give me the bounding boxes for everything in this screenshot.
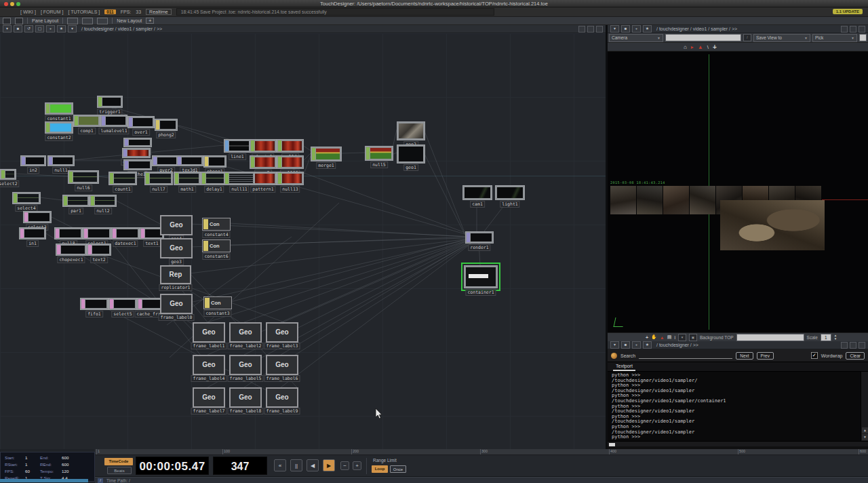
network-node-in2[interactable]: in2: [20, 155, 46, 166]
undo-icon[interactable]: ↺: [24, 25, 33, 33]
camera-select[interactable]: Camera ▼: [609, 34, 663, 42]
network-node-null6[interactable]: null6: [68, 170, 99, 184]
network-node-phong2[interactable]: phong2: [155, 119, 178, 131]
time-path-icon[interactable]: /: [98, 478, 103, 483]
box-icon[interactable]: ▢: [35, 25, 44, 33]
network-node-cache1[interactable]: cache1: [123, 159, 152, 170]
plus-icon[interactable]: +: [713, 43, 717, 51]
network-node-merge1[interactable]: merge1: [311, 147, 342, 161]
pane-option-icon[interactable]: [578, 26, 585, 33]
prev-button[interactable]: Prev: [757, 352, 774, 360]
wordwrap-checkbox[interactable]: ✓: [811, 352, 818, 359]
network-node-phong1[interactable]: phong1: [203, 155, 226, 168]
pane-grid-icon[interactable]: [3, 18, 11, 24]
network-node-comp1[interactable]: comp1: [73, 115, 100, 127]
flag-icon[interactable]: ▸: [691, 44, 694, 50]
star-icon[interactable]: ★: [643, 341, 652, 349]
network-node-frame_label6[interactable]: Geoframe_label6: [266, 355, 298, 375]
wiki-link[interactable]: [ WIKI ]: [20, 9, 36, 14]
network-node-chopexec1[interactable]: chopexec1: [56, 244, 87, 256]
network-node-null10[interactable]: null10: [277, 155, 304, 169]
stop-icon[interactable]: ■: [621, 25, 630, 33]
network-node-null1[interactable]: null1: [47, 155, 75, 166]
network-node-null4[interactable]: null4: [277, 139, 304, 153]
network-node-replicator1[interactable]: Repreplicator1: [160, 265, 191, 284]
network-node-constant1[interactable]: constant1: [45, 102, 73, 115]
network-node-math1[interactable]: math1: [174, 172, 201, 185]
network-node-frame_label4[interactable]: Geoframe_label4: [193, 355, 225, 375]
network-node-null5[interactable]: null5: [365, 146, 393, 161]
network-node-wave2[interactable]: wave2: [250, 155, 277, 169]
network-node-chopto1[interactable]: chopto1: [250, 139, 277, 153]
realtime-toggle[interactable]: Realtime: [146, 9, 172, 15]
tab-textport[interactable]: Textport: [613, 364, 635, 371]
timecode-button[interactable]: TimeCode: [104, 458, 133, 465]
once-button[interactable]: Once: [390, 465, 406, 473]
info-icon[interactable]: i: [674, 335, 675, 340]
plus-icon[interactable]: +: [46, 25, 55, 33]
search-input[interactable]: [639, 352, 732, 359]
star-icon[interactable]: ★: [57, 25, 66, 33]
network-node-constant2[interactable]: constant2: [45, 121, 73, 134]
network-node-lumalevel1[interactable]: lumalevel1: [100, 115, 127, 127]
forum-link[interactable]: [ FORUM ]: [41, 9, 63, 14]
next-button[interactable]: Next: [736, 352, 753, 360]
network-node-frame_label2[interactable]: Geoframe_label2: [229, 322, 262, 343]
layout-preset-2[interactable]: [82, 18, 93, 24]
pick-path-input[interactable]: [859, 34, 867, 41]
textport-path[interactable]: / touchdesigner / >>: [656, 343, 698, 347]
pick-select[interactable]: Pick ▼: [812, 34, 857, 42]
skip-to-start-button[interactable]: «: [274, 459, 286, 471]
network-node-select4[interactable]: select4: [12, 192, 41, 204]
network-node-constant3[interactable]: Conconstant3: [203, 296, 232, 309]
textport-horizontal-scrollbar[interactable]: [608, 441, 868, 446]
tutorials-link[interactable]: [ TUTORIALS ]: [68, 9, 100, 14]
new-layout-label[interactable]: New Layout: [117, 18, 142, 23]
save-view-select[interactable]: Save View to ▼: [753, 34, 810, 42]
pane-split-icon[interactable]: [859, 26, 865, 33]
pane-maximize-icon[interactable]: [850, 342, 856, 349]
plus-icon[interactable]: +: [632, 341, 641, 349]
add-layout-button[interactable]: +: [146, 18, 154, 24]
network-node-select1[interactable]: select1: [83, 227, 111, 239]
scrollbar-thumb[interactable]: [609, 443, 615, 446]
network-node-null13[interactable]: null13: [277, 172, 304, 185]
page-icon[interactable]: ▤: [667, 334, 672, 340]
network-node-frame_label7[interactable]: Geoframe_label7: [193, 387, 225, 408]
step-forward-button[interactable]: +: [353, 461, 361, 470]
chevron-down-icon[interactable]: ▾: [3, 25, 12, 33]
hand-icon[interactable]: ✋: [651, 334, 657, 340]
plus-icon[interactable]: +: [632, 25, 641, 33]
camera-picker-button[interactable]: /: [743, 34, 751, 41]
network-node-cam1[interactable]: cam1: [462, 185, 492, 200]
layout-preset-3[interactable]: [97, 18, 108, 24]
network-path[interactable]: / touchdesigner / video1 / sampler / >>: [81, 26, 162, 31]
plus-icon[interactable]: +: [646, 335, 648, 340]
camera-path-input[interactable]: [665, 34, 741, 41]
beats-button[interactable]: Beats: [107, 467, 132, 474]
stepper-icon[interactable]: ▲▼: [834, 334, 837, 341]
chevron-down-icon[interactable]: ▾: [68, 25, 77, 33]
network-node-over1[interactable]: over1: [127, 116, 155, 128]
pause-button[interactable]: ||: [290, 459, 302, 471]
network-node-frame_label5[interactable]: Geoframe_label5: [229, 355, 262, 375]
pane-split-icon[interactable]: [859, 342, 865, 349]
network-node-frame_label0[interactable]: Geoframe_label0: [160, 294, 193, 314]
network-node-geo3[interactable]: Geogeo3: [160, 238, 193, 258]
network-node-fifo1[interactable]: fifo1: [80, 298, 108, 310]
network-node-datexec1[interactable]: datexec1: [111, 227, 140, 239]
network-node-select5[interactable]: select5: [108, 298, 137, 310]
pane-anchor-icon[interactable]: [15, 18, 23, 24]
network-node-frame_label1[interactable]: Geoframe_label1: [193, 322, 225, 343]
line-tool-icon[interactable]: \: [707, 44, 709, 50]
chevron-down-icon[interactable]: ▾: [610, 341, 619, 349]
network-node-trigger1[interactable]: trigger1: [97, 96, 123, 108]
layout-preset-1[interactable]: [67, 18, 78, 24]
pane-split-icon[interactable]: [596, 26, 603, 33]
network-node-null11[interactable]: null11: [224, 172, 255, 185]
network-node-light1[interactable]: light1: [495, 185, 525, 200]
network-node-count1[interactable]: count1: [108, 172, 137, 185]
update-button[interactable]: 1.1 UPDATE: [833, 9, 863, 14]
background-top-input[interactable]: [736, 334, 804, 341]
network-node-select2[interactable]: select2: [0, 169, 16, 180]
